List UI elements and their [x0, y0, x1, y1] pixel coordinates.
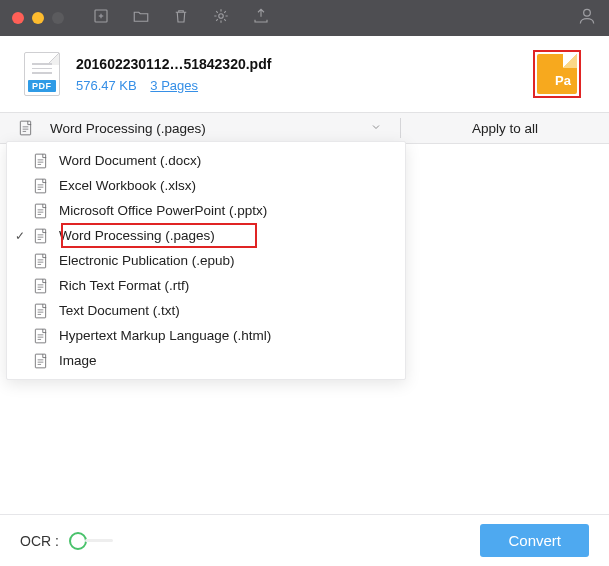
dropdown-item[interactable]: ✓Word Processing (.pages) — [7, 223, 405, 248]
dropdown-item[interactable]: Rich Text Format (.rtf) — [7, 273, 405, 298]
svg-rect-17 — [35, 204, 45, 218]
account-icon[interactable] — [577, 6, 597, 30]
close-window-button[interactable] — [12, 12, 24, 24]
document-icon — [29, 353, 51, 369]
chevron-down-icon — [370, 121, 382, 136]
dropdown-item-label: Microsoft Office PowerPoint (.pptx) — [59, 203, 267, 218]
ocr-toggle[interactable] — [69, 532, 113, 550]
svg-rect-5 — [20, 121, 30, 135]
toolbar-icons — [92, 7, 270, 29]
document-icon — [29, 253, 51, 269]
dropdown-item-label: Word Processing (.pages) — [59, 228, 215, 243]
convert-button[interactable]: Convert — [480, 524, 589, 557]
bottom-bar: OCR : Convert — [0, 514, 609, 566]
svg-rect-33 — [35, 304, 45, 318]
ocr-label: OCR : — [20, 533, 59, 549]
dropdown-item[interactable]: Text Document (.txt) — [7, 298, 405, 323]
output-format-icon[interactable]: Pa — [533, 50, 581, 98]
dropdown-item[interactable]: Word Document (.docx) — [7, 148, 405, 173]
svg-rect-9 — [35, 154, 45, 168]
document-icon — [29, 153, 51, 169]
document-icon — [29, 203, 51, 219]
dropdown-item[interactable]: Hypertext Markup Language (.html) — [7, 323, 405, 348]
dropdown-item-label: Text Document (.txt) — [59, 303, 180, 318]
dropdown-item-label: Electronic Publication (.epub) — [59, 253, 235, 268]
maximize-window-button[interactable] — [52, 12, 64, 24]
dropdown-item-label: Image — [59, 353, 97, 368]
dropdown-item-label: Excel Workbook (.xlsx) — [59, 178, 196, 193]
svg-rect-29 — [35, 279, 45, 293]
format-bar: Word Processing (.pages) Apply to all — [0, 112, 609, 144]
svg-rect-13 — [35, 179, 45, 193]
format-dropdown: Word Document (.docx)Excel Workbook (.xl… — [6, 141, 406, 380]
svg-point-4 — [584, 9, 591, 16]
apply-to-all-button[interactable]: Apply to all — [401, 121, 609, 136]
document-icon — [29, 278, 51, 294]
checkmark-icon: ✓ — [11, 229, 29, 243]
svg-rect-25 — [35, 254, 45, 268]
format-select[interactable]: Word Processing (.pages) — [50, 121, 400, 136]
add-file-icon[interactable] — [92, 7, 110, 29]
document-icon — [29, 328, 51, 344]
document-icon — [29, 178, 51, 194]
gear-icon[interactable] — [212, 7, 230, 29]
dropdown-item-label: Hypertext Markup Language (.html) — [59, 328, 271, 343]
minimize-window-button[interactable] — [32, 12, 44, 24]
window-controls — [12, 12, 64, 24]
dropdown-item[interactable]: Microsoft Office PowerPoint (.pptx) — [7, 198, 405, 223]
folder-icon[interactable] — [132, 7, 150, 29]
format-row-icon — [0, 120, 50, 136]
document-icon — [29, 228, 51, 244]
file-name: 201602230112…51842320.pdf — [76, 56, 533, 72]
file-row: PDF 201602230112…51842320.pdf 576.47 KB … — [0, 36, 609, 112]
pdf-file-icon: PDF — [24, 52, 60, 96]
svg-point-3 — [219, 14, 224, 19]
format-select-label: Word Processing (.pages) — [50, 121, 206, 136]
dropdown-item[interactable]: Excel Workbook (.xlsx) — [7, 173, 405, 198]
pdf-badge: PDF — [28, 80, 56, 92]
format-icon-label: Pa — [555, 73, 571, 88]
dropdown-item-label: Word Document (.docx) — [59, 153, 201, 168]
dropdown-item-label: Rich Text Format (.rtf) — [59, 278, 189, 293]
dropdown-item[interactable]: Image — [7, 348, 405, 373]
pages-link[interactable]: 3 Pages — [150, 78, 198, 93]
export-icon[interactable] — [252, 7, 270, 29]
dropdown-item[interactable]: Electronic Publication (.epub) — [7, 248, 405, 273]
file-size: 576.47 KB — [76, 78, 137, 93]
ocr-toggle-track — [85, 539, 113, 542]
document-icon — [29, 303, 51, 319]
svg-rect-37 — [35, 329, 45, 343]
titlebar — [0, 0, 609, 36]
svg-rect-41 — [35, 354, 45, 368]
trash-icon[interactable] — [172, 7, 190, 29]
svg-rect-21 — [35, 229, 45, 243]
